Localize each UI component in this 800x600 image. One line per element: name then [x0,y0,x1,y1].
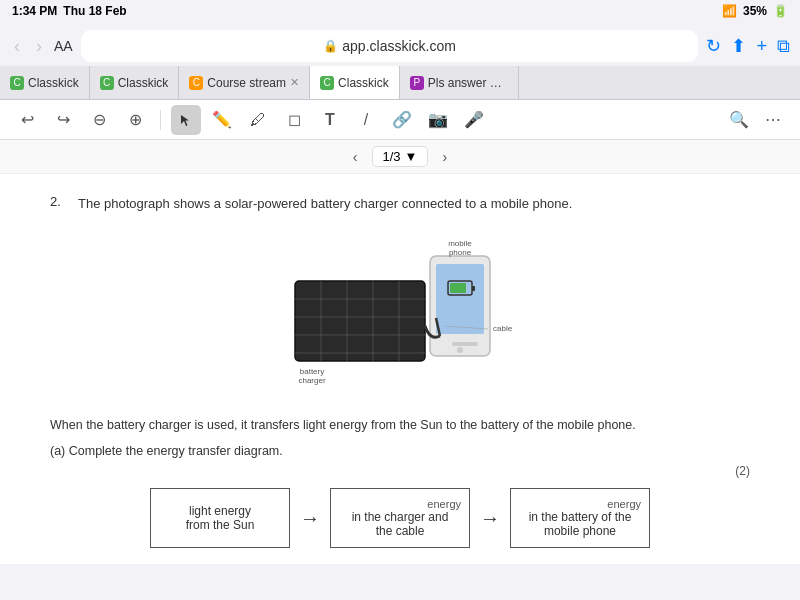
page-dropdown-icon: ▼ [405,149,418,164]
draw-tool-button[interactable]: ✏️ [207,105,237,135]
reader-mode-button[interactable]: AA [54,38,73,54]
svg-rect-14 [452,342,478,346]
date: Thu 18 Feb [63,4,126,18]
energy-box-1: light energy from the Sun [150,488,290,548]
status-bar: 1:34 PM Thu 18 Feb 📶 35% 🔋 [0,0,800,22]
wifi-icon: 📶 [722,4,737,18]
text-tool-button[interactable]: T [315,105,345,135]
svg-text:battery: battery [300,367,324,376]
diagram-container: battery charger mobile phone cable [50,226,750,396]
tabs-button[interactable]: ⧉ [777,35,790,57]
part-a-label: (a) Complete the energy transfer diagram… [50,444,750,458]
tab-classkick-2[interactable]: C Classkick [90,66,180,99]
image-tool-button[interactable]: 📷 [423,105,453,135]
address-bar[interactable]: 🔒 app.classkick.com [81,30,699,62]
url-text: app.classkick.com [342,38,456,54]
svg-text:phone: phone [449,248,472,257]
svg-text:cable: cable [493,324,513,333]
svg-rect-12 [472,286,475,291]
pen-tool-button[interactable]: 🖊 [243,105,273,135]
when-text: When the battery charger is used, it tra… [50,416,750,435]
tab-label-2: Classkick [118,76,169,90]
prev-page-button[interactable]: ‹ [347,147,364,167]
tabs-bar: C Classkick C Classkick C Course stream … [0,66,800,100]
page-indicator: 1/3 ▼ [372,146,429,167]
tab-icon-2: C [100,76,114,90]
tab-label-5: Pls answer quick pls :... [428,76,508,90]
separator-1 [160,110,161,130]
svg-text:charger: charger [298,376,325,385]
redo-button[interactable]: ↪ [48,105,78,135]
svg-rect-0 [295,281,425,361]
energy-label-3: energy [517,498,643,510]
document-content: 2. The photograph shows a solar-powered … [0,174,800,564]
tab-classkick-1[interactable]: C Classkick [0,66,90,99]
question-row: 2. The photograph shows a solar-powered … [50,194,750,214]
action-buttons: ↻ ⬆ + ⧉ [706,35,790,57]
search-button[interactable]: 🔍 [724,105,754,135]
status-left: 1:34 PM Thu 18 Feb [12,4,127,18]
back-button[interactable]: ‹ [10,34,24,59]
question-number: 2. [50,194,70,214]
tab-label-4: Classkick [338,76,389,90]
question-text: The photograph shows a solar-powered bat… [78,194,572,214]
arrow-2: → [470,507,510,530]
svg-text:mobile: mobile [448,239,472,248]
tab-icon-1: C [10,76,24,90]
next-page-button[interactable]: › [436,147,453,167]
browser-chrome: ‹ › AA 🔒 app.classkick.com ↻ ⬆ + ⧉ [0,22,800,66]
tab-pls-answer[interactable]: P Pls answer quick pls :... [400,66,519,99]
forward-button[interactable]: › [32,34,46,59]
mic-tool-button[interactable]: 🎤 [459,105,489,135]
marks: (2) [50,464,750,478]
status-right: 📶 35% 🔋 [722,4,788,18]
share-button[interactable]: ⬆ [731,35,746,57]
energy-box-1-text: light energy from the Sun [186,504,255,532]
toolbar-search: 🔍 ⋯ [724,105,788,135]
energy-box-2: energy in the charger and the cable [330,488,470,548]
more-button[interactable]: ⋯ [758,105,788,135]
energy-box-2-text: in the charger and the cable [352,510,449,538]
time: 1:34 PM [12,4,57,18]
battery-level: 35% [743,4,767,18]
main-content: ‹ 1/3 ▼ › 2. The photograph shows a sola… [0,140,800,564]
energy-transfer-diagram: light energy from the Sun → energy in th… [50,488,750,548]
energy-box-3: energy in the battery of the mobile phon… [510,488,650,548]
tab-label-1: Classkick [28,76,79,90]
new-tab-button[interactable]: + [756,35,767,57]
page-navigation: ‹ 1/3 ▼ › [0,140,800,174]
solar-diagram-svg: battery charger mobile phone cable [240,226,560,396]
zoom-in-button[interactable]: ⊕ [120,105,150,135]
eraser-tool-button[interactable]: ◻ [279,105,309,135]
tab-label-3: Course stream [207,76,286,90]
undo-button[interactable]: ↩ [12,105,42,135]
battery-icon: 🔋 [773,4,788,18]
tab-course-stream[interactable]: C Course stream ✕ [179,66,310,99]
energy-label-2: energy [337,498,463,510]
arrow-1: → [290,507,330,530]
zoom-out-button[interactable]: ⊖ [84,105,114,135]
svg-rect-10 [436,264,484,334]
toolbar: ↩ ↪ ⊖ ⊕ ✏️ 🖊 ◻ T / 🔗 📷 🎤 🔍 ⋯ [0,100,800,140]
svg-point-15 [457,347,463,353]
tab-classkick-active[interactable]: C Classkick [310,66,400,99]
page-current: 1/3 [383,149,401,164]
tab-icon-5: P [410,76,424,90]
tab-icon-4: C [320,76,334,90]
select-tool-button[interactable] [171,105,201,135]
link-tool-button[interactable]: 🔗 [387,105,417,135]
reload-button[interactable]: ↻ [706,35,721,57]
energy-box-3-text: in the battery of the mobile phone [529,510,632,538]
svg-rect-13 [450,283,466,293]
tab-close-3[interactable]: ✕ [290,76,299,89]
tab-icon-3: C [189,76,203,90]
line-tool-button[interactable]: / [351,105,381,135]
lock-icon: 🔒 [323,39,338,53]
